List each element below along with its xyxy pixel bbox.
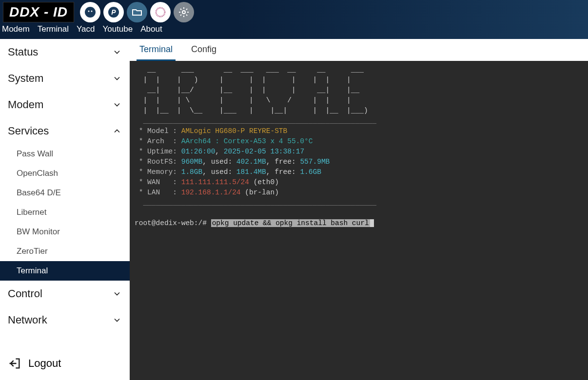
tabs: Terminal Config bbox=[130, 39, 588, 61]
svg-point-0 bbox=[85, 7, 96, 18]
logout-label: Logout bbox=[28, 357, 61, 370]
dial-icon[interactable] bbox=[150, 2, 171, 22]
svg-point-6 bbox=[182, 11, 185, 14]
submenu-services: Pass Wall OpenClash Base64 D/E Libernet … bbox=[0, 144, 130, 281]
chevron-up-icon bbox=[112, 126, 122, 136]
terminal-output[interactable]: __ ___ __ ___ ___ __ __ ___ | | | ) | | … bbox=[130, 61, 588, 380]
nav-yacd[interactable]: Yacd bbox=[77, 24, 95, 34]
sidebar: Status System Modem Services Pass Wall O… bbox=[0, 39, 130, 380]
submenu-zerotier[interactable]: ZeroTier bbox=[0, 242, 130, 261]
nav-modem[interactable]: Modem bbox=[2, 24, 30, 34]
submenu-bwmonitor[interactable]: BW Monitor bbox=[0, 222, 130, 242]
submenu-libernet[interactable]: Libernet bbox=[0, 203, 130, 222]
menu-modem[interactable]: Modem bbox=[0, 92, 130, 118]
menu-network[interactable]: Network bbox=[0, 307, 130, 333]
chevron-down-icon bbox=[112, 74, 122, 83]
logout-icon bbox=[8, 357, 21, 370]
chevron-down-icon bbox=[112, 315, 122, 325]
terminal-prompt: root@dedix-web:/# bbox=[135, 219, 211, 227]
header-top: DDX - ID P bbox=[0, 0, 197, 24]
submenu-base64[interactable]: Base64 D/E bbox=[0, 183, 130, 203]
menu-status[interactable]: Status bbox=[0, 39, 130, 65]
submenu-openclash[interactable]: OpenClash bbox=[0, 164, 130, 183]
tab-terminal[interactable]: Terminal bbox=[137, 39, 176, 61]
cat-icon[interactable] bbox=[80, 2, 100, 22]
svg-point-2 bbox=[91, 11, 93, 12]
folder-icon[interactable] bbox=[127, 2, 147, 22]
p-icon[interactable]: P bbox=[103, 2, 124, 22]
tab-config[interactable]: Config bbox=[188, 39, 219, 61]
chevron-down-icon bbox=[112, 100, 122, 110]
terminal-cursor: _ bbox=[370, 219, 374, 227]
logout-button[interactable]: Logout bbox=[0, 347, 130, 380]
main: Status System Modem Services Pass Wall O… bbox=[0, 39, 588, 380]
svg-point-5 bbox=[156, 8, 165, 17]
svg-text:P: P bbox=[111, 8, 116, 16]
gear-icon[interactable] bbox=[174, 2, 194, 22]
logo[interactable]: DDX - ID bbox=[3, 2, 74, 22]
submenu-terminal[interactable]: Terminal bbox=[0, 261, 130, 281]
menu-control[interactable]: Control bbox=[0, 281, 130, 307]
nav-links: Modem Terminal Yacd Youtube About bbox=[0, 24, 164, 36]
nav-terminal[interactable]: Terminal bbox=[38, 24, 69, 34]
terminal-command: opkg update && opkg install bash curl bbox=[211, 219, 370, 227]
svg-point-1 bbox=[88, 11, 90, 12]
menu-services[interactable]: Services bbox=[0, 118, 130, 144]
menu-system[interactable]: System bbox=[0, 65, 130, 92]
header: DDX - ID P Modem Terminal Yacd Youtube A… bbox=[0, 0, 588, 39]
submenu-passwall[interactable]: Pass Wall bbox=[0, 144, 130, 164]
icon-row: P bbox=[80, 2, 194, 22]
chevron-down-icon bbox=[112, 289, 122, 299]
chevron-down-icon bbox=[112, 47, 122, 57]
nav-about[interactable]: About bbox=[140, 24, 162, 34]
content: Terminal Config __ ___ __ ___ ___ __ __ … bbox=[130, 39, 588, 380]
nav-youtube[interactable]: Youtube bbox=[102, 24, 133, 34]
